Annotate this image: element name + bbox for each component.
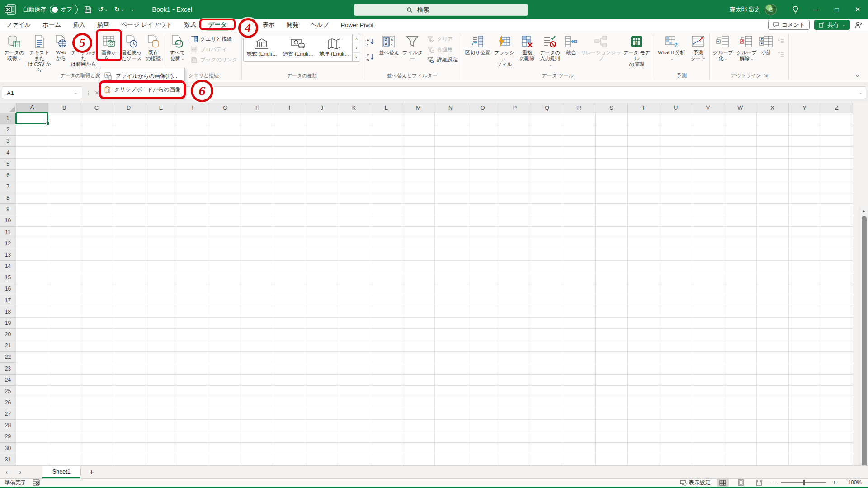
autosave-toggle[interactable]: オフ xyxy=(50,5,78,14)
tab-power-pivot[interactable]: Power Pivot xyxy=(335,19,379,31)
undo-button[interactable]: ↺⌄ xyxy=(98,5,108,14)
zoom-slider-handle[interactable] xyxy=(803,480,805,485)
ungroup-button[interactable]: グループ 解除⌄ xyxy=(735,32,758,62)
row-header-29[interactable]: 29 xyxy=(0,431,16,442)
row-header-14[interactable]: 14 xyxy=(0,261,16,272)
cells-area[interactable] xyxy=(16,113,853,465)
row-header-28[interactable]: 28 xyxy=(0,420,16,431)
column-header-I[interactable]: I xyxy=(274,103,306,113)
existing-connections-button[interactable]: 既存 の接続 xyxy=(143,32,164,61)
column-header-R[interactable]: R xyxy=(563,103,595,113)
subtotal-button[interactable]: 小計 xyxy=(758,32,774,56)
filter-button[interactable]: フィルター xyxy=(401,32,424,61)
row-header-13[interactable]: 13 xyxy=(0,249,16,261)
tab-help[interactable]: ヘルプ xyxy=(305,19,335,31)
row-header-3[interactable]: 3 xyxy=(0,136,16,147)
row-header-8[interactable]: 8 xyxy=(0,192,16,204)
row-header-15[interactable]: 15 xyxy=(0,272,16,283)
sort-ascending-button[interactable]: AZ xyxy=(363,34,377,49)
tab-home[interactable]: ホーム xyxy=(37,19,67,31)
vertical-scrollbar[interactable]: ▲ xyxy=(860,207,868,488)
consolidate-button[interactable]: 統合 xyxy=(562,32,580,56)
gallery-more-icon[interactable]: ⊽ xyxy=(353,52,360,61)
recent-sources-button[interactable]: 最近使っ たソース xyxy=(120,32,143,61)
column-header-Y[interactable]: Y xyxy=(789,103,821,113)
column-header-E[interactable]: E xyxy=(145,103,177,113)
presence-person-icon[interactable] xyxy=(854,21,863,28)
sheet-nav-prev-icon[interactable]: ‹ xyxy=(0,466,14,478)
column-header-F[interactable]: F xyxy=(177,103,209,113)
row-header-10[interactable]: 10 xyxy=(0,215,16,226)
macro-record-icon[interactable] xyxy=(33,479,40,486)
column-header-D[interactable]: D xyxy=(113,103,145,113)
column-header-P[interactable]: P xyxy=(499,103,531,113)
from-text-csv-button[interactable]: テキストまた は CSV から xyxy=(26,32,52,73)
formula-input[interactable]: ⌄ xyxy=(126,86,866,99)
queries-connections-button[interactable]: クエリと接続 xyxy=(188,34,240,44)
vertical-scroll-thumb[interactable] xyxy=(862,216,867,488)
row-header-18[interactable]: 18 xyxy=(0,306,16,318)
column-header-H[interactable]: H xyxy=(241,103,274,113)
row-header-1[interactable]: 1 xyxy=(0,113,16,124)
column-header-V[interactable]: V xyxy=(692,103,724,113)
gallery-down-icon[interactable]: ∨ xyxy=(353,43,360,52)
geography-data-type[interactable]: 地理 (Engli… xyxy=(316,34,352,61)
share-button[interactable]: 共有 ⌄ xyxy=(814,20,850,30)
view-page-break-button[interactable] xyxy=(753,479,765,487)
row-header-27[interactable]: 27 xyxy=(0,408,16,420)
column-header-N[interactable]: N xyxy=(434,103,467,113)
display-settings-button[interactable]: 表示設定 xyxy=(680,479,711,487)
lightbulb-icon[interactable] xyxy=(785,0,806,19)
row-header-16[interactable]: 16 xyxy=(0,283,16,295)
column-header-X[interactable]: X xyxy=(756,103,788,113)
from-picture-button[interactable]: 画像か ら⌄ 5 ファイルからの画像(P)... クリップボードからの画像 6 xyxy=(98,32,120,62)
sheet-tab-sheet1[interactable]: Sheet1 xyxy=(42,466,80,478)
autosave-control[interactable]: 自動保存 オフ xyxy=(23,5,78,14)
sort-button[interactable]: ZAAZ 並べ替え xyxy=(377,32,401,56)
column-header-J[interactable]: J xyxy=(306,103,338,113)
row-header-9[interactable]: 9 xyxy=(0,204,16,215)
row-header-31[interactable]: 31 xyxy=(0,454,16,465)
column-header-W[interactable]: W xyxy=(724,103,756,113)
view-page-layout-button[interactable] xyxy=(735,479,747,487)
row-header-22[interactable]: 22 xyxy=(0,352,16,363)
active-cell-selection[interactable] xyxy=(16,113,48,124)
data-validation-button[interactable]: データの 入力規則⌄ xyxy=(538,32,562,68)
tab-view[interactable]: 表示 xyxy=(257,19,281,31)
row-header-12[interactable]: 12 xyxy=(0,238,16,249)
search-input[interactable]: 検索 xyxy=(354,4,528,16)
forecast-sheet-button[interactable]: 予測 シート xyxy=(688,32,708,61)
row-header-23[interactable]: 23 xyxy=(0,363,16,374)
formula-bar-splitter[interactable]: ⋮ xyxy=(82,89,94,96)
row-header-11[interactable]: 11 xyxy=(0,227,16,238)
get-data-button[interactable]: データの 取得⌄ xyxy=(2,32,26,62)
row-header-19[interactable]: 19 xyxy=(0,318,16,329)
select-all-corner[interactable] xyxy=(0,103,16,113)
tab-insert[interactable]: 挿入 xyxy=(67,19,91,31)
column-header-S[interactable]: S xyxy=(595,103,627,113)
manage-data-model-button[interactable]: j データ モデル の管理 xyxy=(622,32,651,67)
menu-item-picture-from-file[interactable]: ファイルからの画像(P)... xyxy=(100,69,184,83)
row-header-6[interactable]: 6 xyxy=(0,170,16,181)
sort-descending-button[interactable]: ZA xyxy=(363,49,377,65)
row-header-30[interactable]: 30 xyxy=(0,443,16,454)
column-header-G[interactable]: G xyxy=(209,103,241,113)
column-header-Z[interactable]: Z xyxy=(821,103,853,113)
save-icon[interactable] xyxy=(84,6,92,14)
group-button[interactable]: グループ 化⌄ xyxy=(711,32,735,62)
zoom-out-button[interactable]: − xyxy=(771,479,775,486)
remove-duplicates-button[interactable]: 重複 の削除 xyxy=(517,32,538,61)
column-header-U[interactable]: U xyxy=(660,103,692,113)
comments-button[interactable]: コメント xyxy=(768,20,810,30)
row-header-17[interactable]: 17 xyxy=(0,295,16,306)
view-normal-button[interactable] xyxy=(717,479,729,487)
row-header-2[interactable]: 2 xyxy=(0,124,16,136)
refresh-all-button[interactable]: すべて 更新⌄ xyxy=(167,32,188,62)
what-if-analysis-button[interactable]: ? What-If 分析 ⌄ xyxy=(655,32,688,61)
column-header-C[interactable]: C xyxy=(80,103,113,113)
sheet-nav-next-icon[interactable]: › xyxy=(14,466,27,478)
gallery-up-icon[interactable]: ∧ xyxy=(353,34,360,43)
zoom-in-button[interactable]: + xyxy=(833,479,836,486)
flash-fill-button[interactable]: フラッシュ フィル xyxy=(491,32,517,67)
column-header-Q[interactable]: Q xyxy=(531,103,563,113)
